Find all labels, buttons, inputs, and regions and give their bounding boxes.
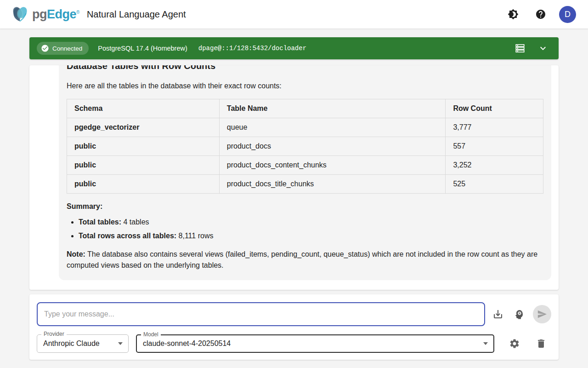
trash-icon: [536, 338, 547, 349]
help-button[interactable]: [531, 5, 550, 23]
summary-list: Total tables: 4 tables Total rows across…: [67, 217, 543, 242]
server-version-label: PostgreSQL 17.4 (Homebrew): [98, 45, 187, 52]
cell-schema: public: [67, 137, 220, 156]
message-note: Note: The database also contains several…: [67, 249, 543, 271]
psychology-icon: [514, 309, 525, 320]
header-actions: D: [504, 5, 576, 23]
connection-actions: [514, 42, 549, 55]
message-heading: Database Tables with Row Counts: [67, 65, 543, 72]
dropdown-arrow-icon: [118, 342, 123, 345]
provider-select[interactable]: Provider Anthropic Claude: [37, 334, 129, 353]
message-intro: Here are all the tables in the database …: [67, 80, 543, 92]
pgedge-logo: pgEdge®: [10, 5, 79, 24]
summary-heading: Summary:: [67, 201, 543, 212]
connection-bar: Connected PostgreSQL 17.4 (Homebrew) dpa…: [29, 37, 559, 59]
cell-row-count: 3,252: [446, 156, 543, 175]
model-select[interactable]: Model claude-sonnet-4-20250514: [136, 334, 494, 353]
composer-panel: Provider Anthropic Claude Model claude-s…: [29, 294, 559, 360]
logo-wordmark: pgEdge®: [32, 7, 79, 22]
model-select-value: claude-sonnet-4-20250514: [143, 339, 231, 348]
composer-input-row: [37, 302, 551, 326]
cell-schema: pgedge_vectorizer: [67, 118, 220, 137]
dark-mode-icon: [508, 9, 519, 20]
cell-schema: public: [67, 175, 220, 194]
user-avatar[interactable]: D: [559, 6, 576, 23]
page-title: Natural Language Agent: [87, 9, 186, 20]
send-button[interactable]: [533, 305, 551, 323]
cell-table-name: product_docs: [219, 137, 446, 156]
cell-schema: public: [67, 156, 220, 175]
column-header-table-name: Table Name: [219, 99, 446, 118]
provider-select-label: Provider: [41, 331, 67, 337]
connection-status-badge: Connected: [37, 42, 89, 55]
gear-icon: [509, 338, 520, 349]
connection-collapse-button[interactable]: [537, 42, 549, 55]
column-header-row-count: Row Count: [446, 99, 543, 118]
avatar-initial: D: [565, 10, 571, 19]
connection-string: dpage@::1/128:5432/docloader: [198, 45, 306, 52]
table-row: public product_docs_title_chunks 525: [67, 175, 543, 194]
model-select-label: Model: [141, 331, 161, 338]
table-row: public product_docs_content_chunks 3,252: [67, 156, 543, 175]
message-input[interactable]: [37, 302, 485, 326]
dropdown-arrow-icon: [483, 342, 488, 345]
list-item: Total rows across all tables: 8,111 rows: [79, 230, 543, 242]
download-icon: [492, 309, 503, 320]
check-circle-icon: [41, 44, 49, 52]
table-row: public product_docs 557: [67, 137, 543, 156]
chevron-down-icon: [537, 43, 548, 54]
export-chat-button[interactable]: [489, 305, 507, 323]
connection-status-label: Connected: [52, 45, 82, 52]
settings-button[interactable]: [505, 334, 524, 353]
connection-list-button[interactable]: [514, 42, 526, 55]
list-icon: [514, 43, 526, 54]
assistant-message: Database Tables with Row Counts Here are…: [59, 65, 551, 280]
chat-history-panel[interactable]: Database Tables with Row Counts Here are…: [29, 65, 559, 290]
provider-select-value: Anthropic Claude: [43, 339, 100, 348]
pgedge-logo-icon: [10, 5, 31, 24]
cell-row-count: 557: [446, 137, 543, 156]
cell-row-count: 525: [446, 175, 543, 194]
clear-chat-button[interactable]: [532, 334, 550, 353]
cell-table-name: queue: [219, 118, 446, 137]
list-item: Total tables: 4 tables: [79, 217, 543, 228]
send-icon: [537, 309, 547, 319]
column-header-schema: Schema: [67, 99, 220, 118]
composer-settings-row: Provider Anthropic Claude Model claude-s…: [37, 334, 551, 353]
help-icon: [535, 9, 546, 20]
table-header-row: Schema Table Name Row Count: [67, 99, 543, 118]
row-counts-table: Schema Table Name Row Count pgedge_vecto…: [67, 99, 543, 194]
app-header: pgEdge® Natural Language Agent D: [0, 0, 588, 29]
cell-table-name: product_docs_content_chunks: [219, 156, 446, 175]
cell-table-name: product_docs_title_chunks: [219, 175, 446, 194]
table-row: pgedge_vectorizer queue 3,777: [67, 118, 543, 137]
thinking-mode-button[interactable]: [510, 305, 528, 323]
theme-toggle-button[interactable]: [504, 5, 522, 23]
cell-row-count: 3,777: [446, 118, 543, 137]
